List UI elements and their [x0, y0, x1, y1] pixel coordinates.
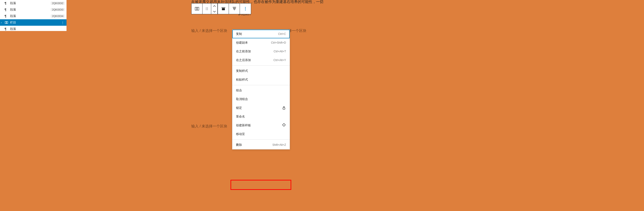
list-item-badge: 2QKI3OI3	[51, 8, 65, 11]
menu-label: 创建新样板	[236, 123, 251, 127]
list-item-paragraph[interactable]: ¶ 段落 2QKI3OI4	[0, 13, 66, 19]
menu-item-rename[interactable]: 重命名	[232, 112, 290, 121]
columns-icon	[4, 21, 10, 24]
menu-item-paste-styles[interactable]: 粘贴样式	[232, 75, 290, 84]
svg-rect-20	[282, 124, 286, 126]
paragraph-icon: ¶	[4, 2, 10, 5]
menu-label: 组合	[236, 88, 242, 93]
svg-point-4	[206, 7, 206, 8]
move-up-button[interactable]	[211, 4, 218, 9]
menu-item-add-after[interactable]: 在之后添加 Ctrl+Alt+Y	[232, 56, 290, 65]
editor-canvas: 在被老鹰交易用来补强球队的可能性，也存在被作为重建基石培养的可能性，一切 队思路…	[66, 0, 644, 211]
paragraph-icon: ¶	[4, 8, 10, 12]
menu-item-add-before[interactable]: 在之前添加 Ctrl+Alt+T	[232, 47, 290, 56]
menu-item-lock[interactable]: 锁定	[232, 104, 290, 112]
paragraph-icon: ¶	[4, 14, 10, 18]
align-button[interactable]	[218, 4, 229, 14]
block-placeholder[interactable]: 输入 / 来选择一个区块	[191, 124, 227, 129]
svg-point-5	[206, 9, 206, 9]
list-item-label: 段落	[10, 27, 16, 31]
menu-item-ungroup[interactable]: 取消组合	[232, 95, 290, 104]
menu-label: 在之后添加	[236, 58, 251, 62]
paragraph-icon: ¶	[4, 27, 10, 31]
menu-shortcut: Ctrl+C	[278, 32, 286, 36]
drag-handle-button[interactable]	[202, 4, 211, 14]
svg-point-7	[207, 7, 208, 8]
list-item-columns[interactable]: › 栏目 ⋮	[0, 19, 66, 26]
menu-divider	[232, 139, 290, 140]
more-options-button[interactable]	[240, 4, 251, 14]
menu-divider	[232, 65, 290, 66]
menu-label: 在之前添加	[236, 49, 251, 54]
block-placeholder[interactable]: 择一个区块	[288, 29, 306, 33]
menu-shortcut: Ctrl+Alt+T	[274, 50, 286, 53]
menu-item-copy[interactable]: 复制 Ctrl+C	[232, 30, 290, 38]
svg-point-8	[207, 9, 208, 9]
menu-item-group[interactable]: 组合	[232, 86, 290, 95]
menu-label: 重命名	[236, 115, 245, 119]
menu-shortcut: Ctrl+Alt+Y	[274, 59, 286, 62]
block-type-button[interactable]	[192, 4, 202, 14]
list-item-label: 段落	[10, 1, 16, 5]
menu-label: 删除	[236, 143, 242, 147]
menu-item-duplicate[interactable]: 创建副本 Ctrl+Shift+D	[232, 38, 290, 47]
svg-rect-0	[5, 21, 6, 24]
svg-rect-1	[7, 21, 8, 24]
menu-divider	[232, 85, 290, 85]
lock-icon	[282, 106, 286, 110]
svg-point-18	[245, 10, 246, 10]
menu-label: 复制	[236, 32, 242, 36]
list-item-paragraph[interactable]: ¶ 段落 2QKI3OI2	[0, 0, 66, 7]
list-item-label: 段落	[10, 8, 16, 12]
menu-label: 复制样式	[236, 69, 248, 73]
pattern-icon	[282, 123, 286, 127]
list-item-label: 段落	[10, 14, 16, 18]
svg-point-17	[245, 8, 246, 9]
list-item-badge: 2QKI3OI4	[51, 15, 65, 18]
menu-item-delete[interactable]: 删除 Shift+Alt+Z	[232, 140, 290, 149]
vertical-align-button[interactable]	[229, 4, 240, 14]
move-down-button[interactable]	[211, 9, 218, 14]
menu-shortcut: Ctrl+Shift+D	[271, 41, 286, 44]
chevron-right-icon: ›	[1, 21, 2, 24]
list-item-paragraph[interactable]: ¶ 段落	[0, 26, 66, 32]
menu-label: 粘贴样式	[236, 78, 248, 82]
list-item-label: 栏目	[10, 21, 16, 25]
menu-label: 锁定	[236, 106, 242, 110]
list-item-badge: 2QKI3OI2	[51, 2, 65, 5]
svg-rect-11	[222, 8, 224, 10]
svg-rect-3	[197, 7, 198, 10]
svg-rect-19	[283, 108, 285, 109]
more-options-icon[interactable]: ⋮	[61, 21, 64, 24]
menu-shortcut: Shift+Alt+Z	[272, 143, 286, 146]
menu-item-create-pattern[interactable]: 创建新样板	[232, 121, 290, 130]
block-list-sidebar: ¶ 段落 2QKI3OI2 ¶ 段落 2QKI3OI3 ¶ 段落 2QKI3OI…	[0, 0, 66, 31]
menu-item-copy-styles[interactable]: 复制样式	[232, 67, 290, 75]
list-item-paragraph[interactable]: ¶ 段落 2QKI3OI3	[0, 7, 66, 13]
svg-point-9	[207, 10, 208, 10]
menu-label: 取消组合	[236, 97, 248, 101]
block-context-menu: 复制 Ctrl+C 创建副本 Ctrl+Shift+D 在之前添加 Ctrl+A…	[232, 29, 290, 149]
menu-item-move-to[interactable]: 移动至	[232, 130, 290, 138]
block-placeholder[interactable]: 输入 / 来选择一个区块	[191, 29, 227, 33]
block-toolbar	[191, 3, 251, 14]
menu-label: 创建副本	[236, 41, 248, 45]
svg-rect-2	[195, 7, 196, 10]
menu-label: 移动至	[236, 132, 245, 136]
annotation-highlight	[230, 180, 291, 190]
svg-point-6	[206, 10, 206, 10]
svg-point-16	[245, 7, 246, 8]
